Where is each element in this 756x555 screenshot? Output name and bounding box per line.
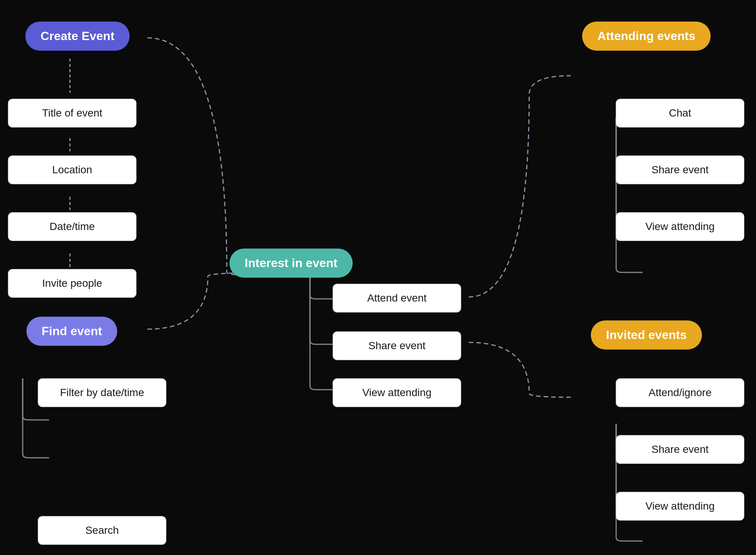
title-of-event-node: Title of event — [4, 91, 140, 135]
chat-rect: Chat — [616, 99, 744, 127]
view-attending-center-rect: View attending — [333, 378, 461, 407]
invited-events-node: Invited events — [559, 310, 733, 359]
filter-by-date-node: Filter by date/time — [34, 371, 170, 415]
share-event-top-rect: Share event — [616, 155, 744, 184]
share-event-top-node: Share event — [610, 148, 750, 192]
attending-events-pill: Attending events — [582, 22, 711, 51]
attend-ignore-node: Attend/ignore — [610, 371, 750, 415]
chat-node: Chat — [610, 91, 750, 135]
view-attending-bottom-node: View attending — [610, 484, 750, 528]
invite-people-rect: Invite people — [8, 269, 136, 298]
view-attending-bottom-rect: View attending — [616, 492, 744, 521]
view-attending-center-node: View attending — [323, 371, 471, 415]
find-event-node: Find event — [8, 306, 136, 356]
attending-events-node: Attending events — [559, 11, 733, 61]
location-rect: Location — [8, 155, 136, 184]
invited-events-pill: Invited events — [591, 320, 702, 350]
search-node: Search — [34, 508, 170, 552]
date-time-node: Date/time — [4, 205, 140, 249]
interest-in-event-pill: Interest in event — [229, 249, 352, 278]
search-rect: Search — [38, 516, 166, 545]
share-event-bottom-node: Share event — [610, 428, 750, 471]
invite-people-node: Invite people — [4, 261, 140, 305]
filter-by-date-rect: Filter by date/time — [38, 378, 166, 407]
attend-ignore-rect: Attend/ignore — [616, 378, 744, 407]
attend-event-rect: Attend event — [333, 284, 461, 312]
share-event-center-node: Share event — [323, 324, 471, 368]
location-node: Location — [4, 148, 140, 192]
create-event-node: Create Event — [8, 11, 147, 61]
view-attending-top-rect: View attending — [616, 212, 744, 241]
diagram-container: Create Event Title of event Location Dat… — [0, 0, 756, 555]
view-attending-top-node: View attending — [610, 205, 750, 249]
date-time-rect: Date/time — [8, 212, 136, 241]
share-event-bottom-rect: Share event — [616, 435, 744, 464]
attend-event-node: Attend event — [323, 276, 471, 320]
title-of-event-rect: Title of event — [8, 99, 136, 127]
share-event-center-rect: Share event — [333, 331, 461, 360]
find-event-pill: Find event — [26, 317, 117, 346]
create-event-pill: Create Event — [25, 22, 130, 51]
